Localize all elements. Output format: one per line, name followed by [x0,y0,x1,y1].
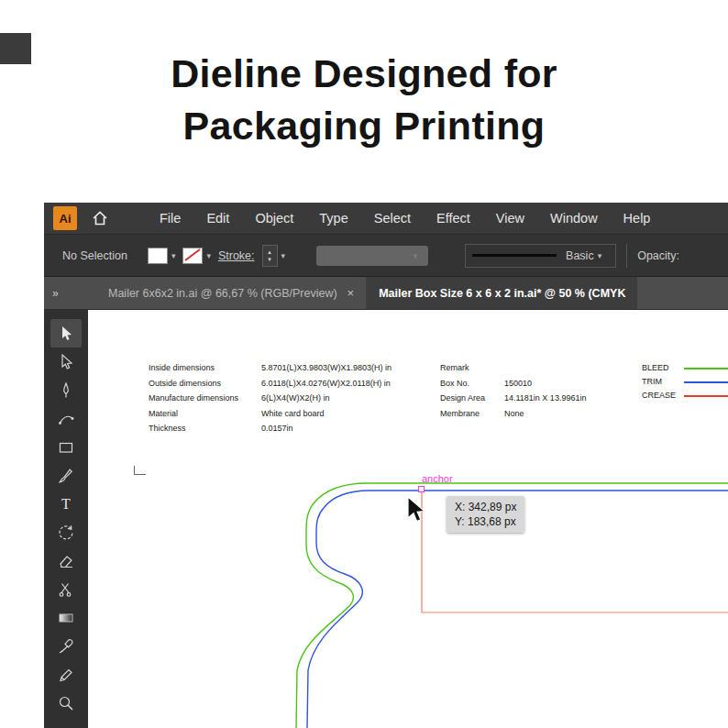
legend-label: BLEED [642,364,684,372]
trim-line-swatch [684,381,728,383]
curvature-tool-icon[interactable] [50,404,82,433]
menu-items: File Edit Object Type Select Effect View… [147,211,663,226]
smart-guide-anchor-label: anchor [422,473,453,484]
panel-collapse-icon[interactable]: » [44,277,96,309]
spec-label: Box No. [440,380,504,388]
spec-value: None [504,410,586,418]
tab-label: Mailer Box Size 6 x 6 x 2 in.ai* @ 50 % … [379,287,625,300]
fill-color-swatch[interactable] [148,248,168,264]
mouse-cursor-icon [407,496,427,527]
menu-object[interactable]: Object [242,211,306,226]
spec-label: Thickness [149,425,261,433]
opacity-label[interactable]: Opacity: [637,249,679,262]
pen-tool-icon[interactable] [50,376,82,404]
eraser-tool-icon[interactable] [50,546,82,575]
stroke-preview-line [472,254,557,257]
anchor-point[interactable] [418,486,425,492]
menu-view[interactable]: View [483,211,537,226]
coordinate-tooltip: X: 342,89 px Y: 183,68 px [447,496,524,533]
spec-value: 0.0157in [261,425,392,433]
spec-value: 150010 [504,380,586,388]
chevron-down-icon: ▾ [598,251,602,260]
menu-select[interactable]: Select [361,211,424,226]
spec-table-right: Remark Box No.150010 Design Area14.1181i… [440,364,586,418]
svg-text:T: T [61,496,71,512]
spec-label: Manufacture dimensions [149,394,261,403]
legend-label: TRIM [642,378,684,386]
tooltip-x: X: 342,89 px [455,500,516,514]
direct-selection-tool-icon[interactable] [50,347,82,376]
artboard-canvas[interactable]: Inside dimensions5.8701(L)X3.9803(W)X1.9… [88,310,728,728]
document-tab-inactive[interactable]: Mailer 6x6x2 in.ai @ 66,67 % (RGB/Previe… [96,277,367,309]
menu-edit[interactable]: Edit [193,211,242,226]
spec-table-left: Inside dimensions5.8701(L)X3.9803(W)X1.9… [149,364,392,433]
control-bar: No Selection ▾ ▾ Stroke: ▴▾ ▾ ▾ Basic ▾ … [44,235,728,277]
menu-effect[interactable]: Effect [424,211,483,226]
spec-value [504,364,586,372]
menu-help[interactable]: Help [611,211,664,226]
width-profile-dropdown[interactable]: ▾ [316,246,428,266]
chevron-down-icon[interactable]: ▾ [281,251,286,260]
close-icon[interactable]: × [347,286,355,300]
home-icon[interactable] [86,206,114,230]
tab-label: Mailer 6x6x2 in.ai @ 66,67 % (RGB/Previe… [108,287,337,300]
spec-label: Design Area [440,394,504,403]
document-tab-active[interactable]: Mailer Box Size 6 x 6 x 2 in.ai* @ 50 % … [367,277,637,309]
brush-name: Basic [566,249,594,262]
spec-label: Membrane [440,410,504,418]
chevron-down-icon: ▾ [414,251,418,260]
line-legend: BLEED TRIM CREASE [642,364,728,400]
tooltip-y: Y: 183,68 px [455,514,516,529]
menu-bar: Ai File Edit Object Type Select Effect V… [44,203,728,235]
brush-definition-dropdown[interactable]: Basic ▾ [465,244,616,268]
gradient-tool-icon[interactable] [50,603,82,632]
artboard-corner-mark [134,466,146,475]
spec-label: Inside dimensions [149,364,261,372]
selection-status: No Selection [62,249,127,262]
spec-value: 6(L)X4(W)X2(H) in [261,394,392,403]
document-tab-bar: » Mailer 6x6x2 in.ai @ 66,67 % (RGB/Prev… [44,277,728,310]
stepper-down-icon[interactable]: ▾ [268,256,271,263]
page-title-line2: Packaging Printing [0,100,728,152]
spec-value: White card board [261,410,392,418]
crease-line-swatch [684,395,728,397]
type-tool-icon[interactable]: T [50,490,82,518]
spec-label: Material [149,410,261,418]
divider [626,244,627,268]
tool-panel: T [44,310,88,728]
zoom-tool-icon[interactable] [50,689,82,717]
pencil-tool-icon[interactable] [50,660,82,689]
paintbrush-tool-icon[interactable] [50,461,82,490]
stepper-up-icon[interactable]: ▴ [268,248,271,256]
spec-label: Outside dimensions [149,380,261,388]
rectangle-tool-icon[interactable] [50,433,82,461]
menu-window[interactable]: Window [537,211,611,226]
illustrator-window: Ai File Edit Object Type Select Effect V… [44,203,728,728]
rotate-tool-icon[interactable] [50,518,82,546]
illustrator-logo-icon[interactable]: Ai [53,206,77,230]
stroke-color-swatch[interactable] [182,248,203,264]
stroke-weight-stepper[interactable]: ▴▾ [262,245,278,267]
legend-label: CREASE [642,392,684,400]
stroke-weight-label[interactable]: Stroke: [218,249,255,262]
selection-tool-icon[interactable] [50,319,82,347]
app-body: T [44,310,728,728]
page-title: Dieline Designed for Packaging Printing [0,48,728,152]
scissors-tool-icon[interactable] [50,575,82,603]
bleed-line-swatch [684,368,728,370]
spec-label: Remark [440,364,504,372]
menu-type[interactable]: Type [306,211,360,226]
spec-value: 6.0118(L)X4.0276(W)X2.0118(H) in [261,380,392,388]
spec-value: 14.1181in X 13.9961in [504,394,586,403]
page-title-line1: Dieline Designed for [0,48,728,100]
chevron-down-icon[interactable]: ▾ [206,251,211,260]
eyedropper-tool-icon[interactable] [50,632,82,660]
chevron-down-icon[interactable]: ▾ [171,251,176,260]
menu-file[interactable]: File [147,211,193,226]
spec-value: 5.8701(L)X3.9803(W)X1.9803(H) in [261,364,392,372]
